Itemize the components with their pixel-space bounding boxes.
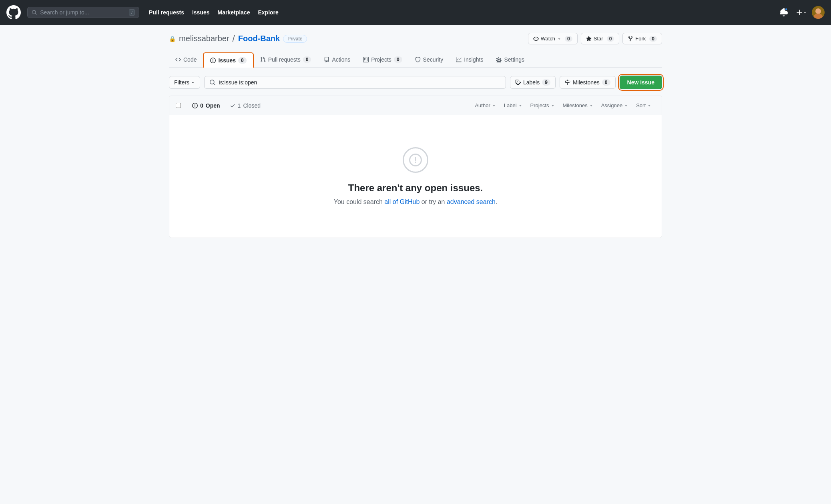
code-icon xyxy=(175,57,181,62)
watch-button[interactable]: Watch 0 xyxy=(528,33,578,44)
filters-button[interactable]: Filters xyxy=(169,76,200,89)
empty-state-description: You could search all of GitHub or try an… xyxy=(334,198,498,206)
tab-actions[interactable]: Actions xyxy=(317,52,357,68)
projects-tab-count: 0 xyxy=(394,56,402,63)
watch-count: 0 xyxy=(565,36,572,42)
milestones-chevron-icon xyxy=(589,104,593,108)
issues-list: 0 Open 1 Closed Author Label xyxy=(169,96,662,238)
github-logo[interactable] xyxy=(6,5,21,20)
search-icon xyxy=(32,9,37,16)
labels-label: Labels xyxy=(523,79,540,86)
issues-header-left: 0 Open 1 Closed xyxy=(176,102,262,110)
settings-icon xyxy=(496,57,502,62)
author-chevron-icon xyxy=(492,104,496,108)
milestones-filter-button[interactable]: Milestones xyxy=(559,101,597,110)
milestone-icon xyxy=(565,80,570,85)
pr-tab-count: 0 xyxy=(303,56,311,63)
tab-projects[interactable]: Projects 0 xyxy=(357,52,408,68)
milestones-button[interactable]: Milestones 0 xyxy=(560,76,616,89)
labels-count: 9 xyxy=(542,79,550,86)
filters-chevron-icon xyxy=(191,80,195,84)
open-issue-icon xyxy=(192,103,198,108)
nav-links: Pull requests Issues Marketplace Explore xyxy=(149,9,279,16)
new-issue-button[interactable]: New issue xyxy=(620,76,662,89)
tab-insights[interactable]: Insights xyxy=(450,52,490,68)
issues-header-right: Author Label Projects Milestones Assigne… xyxy=(471,101,655,110)
repo-actions: Watch 0 Star 0 Fork 0 xyxy=(528,33,662,44)
milestones-count: 0 xyxy=(602,79,610,86)
issues-search-input[interactable] xyxy=(219,79,501,86)
tab-issues[interactable]: Issues 0 xyxy=(203,52,253,68)
assignee-chevron-icon xyxy=(624,104,628,108)
marketplace-nav-link[interactable]: Marketplace xyxy=(218,9,250,16)
sort-filter-button[interactable]: Sort xyxy=(632,101,655,110)
milestones-label: Milestones xyxy=(573,79,600,86)
eye-icon xyxy=(533,36,539,42)
svg-point-1 xyxy=(814,14,823,19)
main-content: 🔒 melissabarber / Food-Bank Private Watc… xyxy=(159,25,672,246)
fork-count: 0 xyxy=(649,36,657,42)
pull-requests-nav-link[interactable]: Pull requests xyxy=(149,9,184,16)
labels-button[interactable]: Labels 9 xyxy=(510,76,556,89)
tab-code[interactable]: Code xyxy=(169,52,203,68)
global-search[interactable]: / xyxy=(27,7,139,18)
tab-pull-requests[interactable]: Pull requests 0 xyxy=(254,52,318,68)
tab-security[interactable]: Security xyxy=(409,52,450,68)
repo-name-link[interactable]: Food-Bank xyxy=(238,34,280,43)
issues-toolbar-right: Labels 9 Milestones 0 New issue xyxy=(510,76,662,89)
search-input[interactable] xyxy=(40,9,126,16)
fork-label: Fork xyxy=(635,36,646,42)
search-icon-issues xyxy=(209,79,215,86)
explore-nav-link[interactable]: Explore xyxy=(258,9,278,16)
projects-filter-button[interactable]: Projects xyxy=(526,101,559,110)
empty-state-title: There aren't any open issues. xyxy=(348,182,483,194)
projects-chevron-icon xyxy=(551,104,555,108)
repo-header: 🔒 melissabarber / Food-Bank Private Watc… xyxy=(169,33,662,44)
closed-issues-filter[interactable]: 1 Closed xyxy=(228,102,262,110)
security-icon xyxy=(415,57,421,62)
issues-search-box[interactable] xyxy=(204,76,506,89)
pr-icon xyxy=(260,57,266,62)
svg-point-0 xyxy=(815,8,821,14)
closed-issue-icon xyxy=(230,103,235,108)
lock-icon: 🔒 xyxy=(169,36,176,42)
label-icon xyxy=(515,80,521,85)
private-badge: Private xyxy=(283,35,307,43)
sort-chevron-icon xyxy=(647,104,651,108)
assignee-filter-button[interactable]: Assignee xyxy=(597,101,632,110)
repo-owner-link[interactable]: melissabarber xyxy=(179,34,229,43)
add-menu-button[interactable] xyxy=(796,9,807,16)
issues-tab-count: 0 xyxy=(238,57,247,64)
path-separator: / xyxy=(233,34,235,44)
open-issues-filter[interactable]: 0 Open xyxy=(191,102,222,110)
insights-icon xyxy=(456,57,462,62)
issue-icon xyxy=(210,58,216,63)
label-chevron-icon xyxy=(518,104,522,108)
star-icon xyxy=(586,36,592,42)
issues-nav-link[interactable]: Issues xyxy=(192,9,210,16)
actions-icon xyxy=(324,57,329,62)
repo-path: 🔒 melissabarber / Food-Bank Private xyxy=(169,34,307,44)
star-count: 0 xyxy=(607,36,614,42)
fork-button[interactable]: Fork 0 xyxy=(622,33,662,44)
fork-icon xyxy=(628,36,633,42)
empty-state: There aren't any open issues. You could … xyxy=(169,115,662,238)
issues-list-header: 0 Open 1 Closed Author Label xyxy=(169,96,662,115)
watch-chevron-icon xyxy=(557,37,561,41)
advanced-search-link[interactable]: advanced search xyxy=(447,198,496,205)
projects-icon xyxy=(363,57,369,62)
top-navigation: / Pull requests Issues Marketplace Explo… xyxy=(0,0,831,25)
star-button[interactable]: Star 0 xyxy=(581,33,620,44)
all-of-github-link[interactable]: all of GitHub xyxy=(384,198,420,205)
notifications-button[interactable] xyxy=(780,8,791,16)
label-filter-button[interactable]: Label xyxy=(500,101,526,110)
issues-toolbar: Filters Labels 9 Milestones 0 New issue xyxy=(169,76,662,89)
watch-label: Watch xyxy=(541,36,555,42)
avatar[interactable] xyxy=(812,6,825,19)
repo-tabs: Code Issues 0 Pull requests 0 Actions Pr… xyxy=(169,52,662,68)
select-all-checkbox[interactable] xyxy=(176,103,181,108)
author-filter-button[interactable]: Author xyxy=(471,101,500,110)
nav-right xyxy=(780,6,825,19)
star-label: Star xyxy=(594,36,603,42)
tab-settings[interactable]: Settings xyxy=(490,52,531,68)
